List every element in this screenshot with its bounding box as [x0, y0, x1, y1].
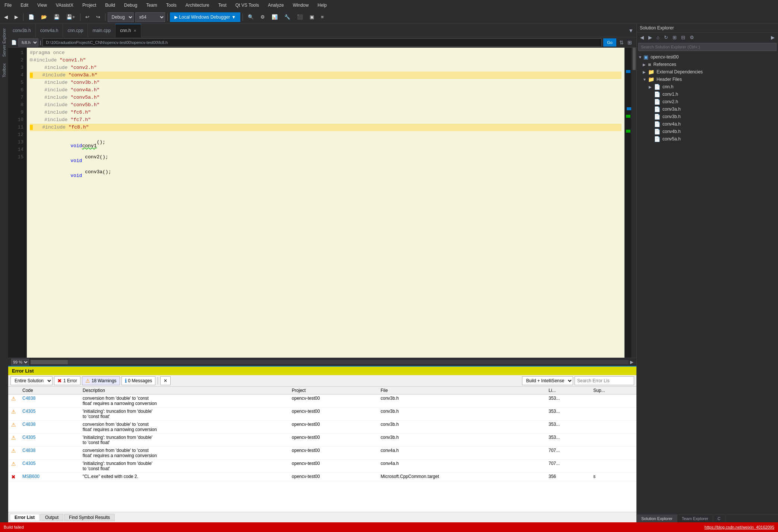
toolbar-btn-6[interactable]: ≡	[318, 12, 326, 22]
tab-output[interactable]: Output	[40, 514, 63, 521]
col-code[interactable]: Code	[19, 387, 80, 395]
error-count-btn[interactable]: ✖ 1 Error	[54, 376, 80, 385]
row-code[interactable]: MSB600	[19, 473, 80, 481]
se-back-btn[interactable]: ◀	[638, 33, 646, 41]
panel-tab-team-explorer[interactable]: Team Explorer	[677, 515, 713, 522]
open-btn[interactable]: 📂	[38, 12, 50, 22]
toolbar-btn-1[interactable]: ⚙	[258, 12, 268, 22]
undo-btn[interactable]: ↩	[83, 12, 92, 22]
row-code[interactable]: C4305	[19, 434, 80, 447]
tree-item-conv4b-h[interactable]: 📄 conv4b.h	[637, 128, 778, 135]
table-row[interactable]: ⚠ C4305 'initializing': truncation from …	[8, 460, 636, 473]
tree-item-conv1-h[interactable]: 📄 conv1.h	[637, 91, 778, 98]
toolbar-btn-4[interactable]: ⬛	[294, 12, 306, 22]
row-code[interactable]: C4838	[19, 447, 80, 460]
row-code[interactable]: C4838	[19, 421, 80, 434]
menu-file[interactable]: File	[3, 2, 13, 9]
table-row[interactable]: ✖ MSB600 "CL.exe" exited with code 2. op…	[8, 473, 636, 481]
tab-overflow-arrow[interactable]: ▼	[625, 28, 636, 34]
clear-filter-btn[interactable]: ✕	[160, 376, 171, 385]
save-btn[interactable]: 💾	[51, 12, 62, 22]
new-file-btn[interactable]: 📄	[26, 12, 37, 22]
se-expand-btn[interactable]: ⊞	[671, 33, 679, 41]
tab-error-list[interactable]: Error List	[10, 514, 39, 521]
menu-analyze[interactable]: Analyze	[266, 2, 285, 9]
build-filter-select[interactable]: Build + IntelliSense	[522, 376, 573, 385]
error-scope-select[interactable]: Entire Solution	[10, 376, 53, 385]
se-forward-btn[interactable]: ▶	[646, 33, 654, 41]
menu-build[interactable]: Build	[104, 2, 117, 9]
platform-select[interactable]: x64	[135, 12, 165, 22]
menu-qtvs[interactable]: Qt VS Tools	[234, 2, 260, 9]
col-file[interactable]: File	[378, 387, 546, 395]
tree-item-conv3b-h[interactable]: 📄 conv3b.h	[637, 113, 778, 120]
menu-project[interactable]: Project	[81, 2, 98, 9]
table-row[interactable]: ⚠ C4838 conversion from 'double' to 'con…	[8, 395, 636, 408]
h-scroll-right[interactable]: ▶	[630, 360, 633, 365]
se-home-btn[interactable]: ⌂	[655, 33, 661, 41]
server-explorer-tab[interactable]: Server Explorer	[1, 25, 7, 60]
row-code[interactable]: C4838	[19, 395, 80, 408]
menu-team[interactable]: Team	[145, 2, 158, 9]
menu-architecture[interactable]: Architecture	[184, 2, 211, 9]
error-table-wrapper[interactable]: Code Description Project File Li... Sup.…	[8, 387, 636, 512]
panel-tab-solution-explorer[interactable]: Solution Explorer	[637, 515, 677, 522]
collapse-icon-2[interactable]: ⊟	[30, 57, 33, 64]
error-search-input[interactable]	[575, 376, 634, 385]
menu-view[interactable]: View	[36, 2, 48, 9]
row-code[interactable]: C4305	[19, 408, 80, 421]
menu-edit[interactable]: Edit	[19, 2, 30, 9]
vertical-scrollbar[interactable]	[631, 48, 636, 358]
tab-conv3b[interactable]: conv3b.h	[8, 24, 36, 37]
table-row[interactable]: ⚠ C4305 'initializing': truncation from …	[8, 434, 636, 447]
tree-item-root[interactable]: ▼ ▣ opencv-test00	[637, 53, 778, 61]
table-row[interactable]: ⚠ C4838 conversion from 'double' to 'con…	[8, 447, 636, 460]
tab-cnn-h[interactable]: cnn.h ✕	[116, 24, 141, 37]
tree-item-references[interactable]: ▶ ■ References	[637, 61, 778, 68]
tree-item-conv4a-h[interactable]: 📄 conv4a.h	[637, 120, 778, 128]
forward-btn[interactable]: ▶	[12, 12, 21, 22]
go-button[interactable]: Go	[603, 38, 616, 47]
file-context-select[interactable]: fc8.h	[18, 38, 38, 47]
redo-btn[interactable]: ↪	[94, 12, 103, 22]
tab-main-cpp[interactable]: main.cpp	[88, 24, 116, 37]
horizontal-scrollbar[interactable]	[31, 360, 629, 364]
tree-item-header-files[interactable]: ▼ 📁 Header Files	[637, 76, 778, 83]
warning-count-btn[interactable]: ⚠ 18 Warnings	[82, 376, 120, 385]
menu-vassistx[interactable]: VAssistX	[54, 2, 75, 9]
menu-help[interactable]: Help	[316, 2, 328, 9]
toolbar-btn-2[interactable]: 📊	[269, 12, 280, 22]
status-url[interactable]: https://blog.csdn.net/weixin_40162095	[705, 525, 774, 529]
tab-cnn-cpp[interactable]: cnn.cpp	[63, 24, 88, 37]
sync-icon[interactable]: ⇅	[618, 39, 625, 46]
toolbar-btn-3[interactable]: 🔧	[282, 12, 293, 22]
table-row[interactable]: ⚠ C4305 'initializing': truncation from …	[8, 408, 636, 421]
tab-conv4a[interactable]: conv4a.h	[36, 24, 63, 37]
col-project[interactable]: Project	[289, 387, 377, 395]
menu-debug[interactable]: Debug	[123, 2, 139, 9]
table-row[interactable]: ⚠ C4838 conversion from 'double' to 'con…	[8, 421, 636, 434]
tree-item-conv3a-h[interactable]: 📄 conv3a.h	[637, 105, 778, 113]
back-btn[interactable]: ◀	[1, 12, 10, 22]
save-all-btn[interactable]: 💾+	[64, 12, 78, 22]
tab-cnn-h-close[interactable]: ✕	[133, 29, 136, 33]
panel-tab-c[interactable]: C	[713, 515, 725, 522]
col-line[interactable]: Li...	[545, 387, 590, 395]
menu-tools[interactable]: Tools	[165, 2, 178, 9]
toolbox-tab[interactable]: Toolbox	[1, 60, 7, 80]
debug-config-select[interactable]: Debug	[108, 12, 134, 22]
start-debug-btn[interactable]: ▶ Local Windows Debugger ▼	[170, 12, 241, 22]
tree-item-conv2-h[interactable]: 📄 conv2.h	[637, 98, 778, 105]
menu-test[interactable]: Test	[217, 2, 228, 9]
message-count-btn[interactable]: ℹ 0 Messages	[121, 376, 156, 385]
se-overflow-btn[interactable]: ▶	[769, 33, 777, 41]
col-sup[interactable]: Sup...	[590, 387, 636, 395]
search-btn[interactable]: 🔍	[245, 12, 256, 22]
se-props-btn[interactable]: ⚙	[688, 33, 696, 41]
row-code[interactable]: C4305	[19, 460, 80, 473]
tree-item-external-deps[interactable]: ▶ 📁 External Dependencies	[637, 68, 778, 76]
zoom-select[interactable]: 99 %	[11, 359, 29, 365]
solution-search-input[interactable]	[638, 43, 777, 51]
expand-icon[interactable]: ⊞	[626, 39, 633, 46]
code-content-area[interactable]: #pragma once ⊟#include "conv1.h" #includ…	[27, 48, 624, 358]
